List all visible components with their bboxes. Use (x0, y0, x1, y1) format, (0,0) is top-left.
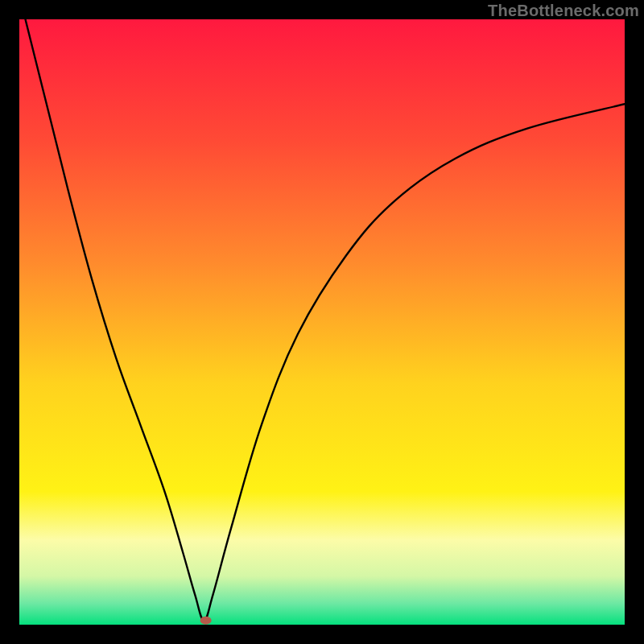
minimum-marker (200, 617, 212, 625)
gradient-background (19, 19, 625, 625)
plot-area (19, 19, 625, 625)
watermark-label: TheBottleneck.com (488, 2, 639, 20)
chart-svg (19, 19, 625, 625)
chart-frame: TheBottleneck.com (0, 0, 644, 644)
